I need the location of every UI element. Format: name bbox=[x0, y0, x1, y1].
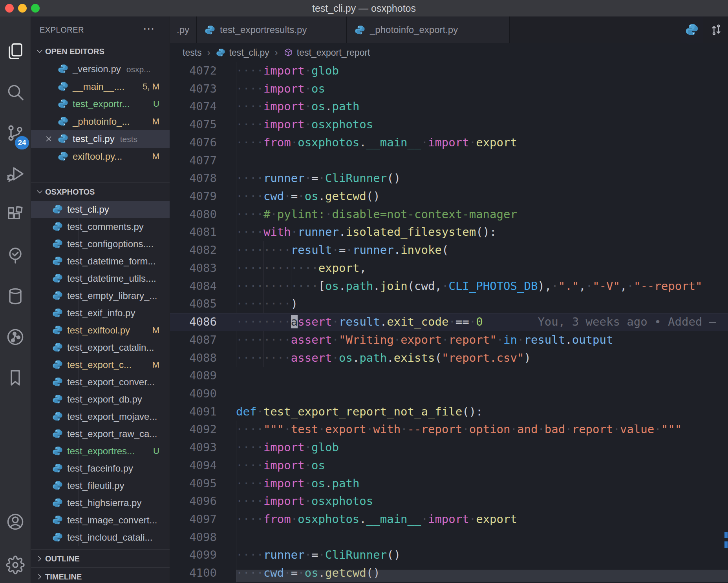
tree-item[interactable]: test_export_mojave... bbox=[31, 408, 170, 425]
tree-item[interactable]: test_exportres...U bbox=[31, 443, 170, 460]
breadcrumb-item[interactable]: tests bbox=[183, 47, 202, 58]
code-line[interactable]: 4073····import·os bbox=[170, 80, 728, 98]
code-line[interactable]: 4072····import·glob bbox=[170, 62, 728, 80]
line-number[interactable]: 4086 bbox=[170, 313, 217, 331]
tree-item[interactable]: test_datetime_form... bbox=[31, 253, 170, 270]
horizontal-scrollbar[interactable] bbox=[236, 570, 728, 582]
tree-item[interactable]: test_export_raw_ca... bbox=[31, 425, 170, 443]
tree-item[interactable]: test_faceinfo.py bbox=[31, 460, 170, 477]
line-number[interactable]: 4090 bbox=[170, 385, 217, 403]
code-line[interactable]: 4082········result·=·runner.invoke( bbox=[170, 241, 728, 259]
line-number[interactable]: 4097 bbox=[170, 510, 217, 528]
code-line[interactable]: 4096····import·osxphotos bbox=[170, 492, 728, 510]
code-line[interactable]: 4088········assert·os.path.exists("repor… bbox=[170, 349, 728, 367]
line-number[interactable]: 4088 bbox=[170, 349, 217, 367]
open-editor-item[interactable]: test_exportr...U bbox=[31, 95, 170, 113]
activity-extensions-icon[interactable] bbox=[0, 197, 31, 233]
code-line[interactable]: 4091def·test_export_report_not_a_file(): bbox=[170, 403, 728, 421]
line-number[interactable]: 4100 bbox=[170, 564, 217, 582]
workspace-section-header[interactable]: OSXPHOTOS bbox=[31, 182, 170, 201]
activity-database-icon[interactable] bbox=[0, 278, 31, 314]
breadcrumb-item[interactable]: test_export_report bbox=[297, 47, 370, 58]
section-outline[interactable]: OUTLINE bbox=[31, 549, 170, 568]
tree-item[interactable]: test_fileutil.py bbox=[31, 477, 170, 494]
tree-item[interactable]: test_export_db.py bbox=[31, 391, 170, 408]
open-editor-item[interactable]: test_cli.pytests bbox=[31, 130, 170, 148]
activity-explorer-icon[interactable] bbox=[0, 33, 31, 69]
code-line[interactable]: 4097····from·osxphotos.__main__·import·e… bbox=[170, 510, 728, 528]
open-editor-item[interactable]: __main__....5, M bbox=[31, 78, 170, 96]
activity-search-icon[interactable] bbox=[0, 74, 31, 110]
open-editor-item[interactable]: _version.pyosxp... bbox=[31, 60, 170, 78]
tree-item[interactable]: test_cli.py bbox=[31, 201, 170, 218]
tree-item[interactable]: test_configoptions.... bbox=[31, 235, 170, 253]
line-number[interactable]: 4089 bbox=[170, 367, 217, 385]
code-line[interactable]: 4098 bbox=[170, 528, 728, 547]
line-number[interactable]: 4076 bbox=[170, 134, 217, 152]
tree-item[interactable]: test_image_convert... bbox=[31, 512, 170, 529]
tree-item[interactable]: test_exif_info.py bbox=[31, 304, 170, 322]
line-number[interactable]: 4084 bbox=[170, 277, 217, 295]
activity-account-icon[interactable] bbox=[0, 504, 31, 540]
line-number[interactable]: 4074 bbox=[170, 98, 217, 116]
line-number[interactable]: 4085 bbox=[170, 295, 217, 313]
code-line[interactable]: 4080····#·pylint:·disable=not-context-ma… bbox=[170, 206, 728, 224]
code-line[interactable]: 4090 bbox=[170, 385, 728, 403]
line-number[interactable]: 4095 bbox=[170, 475, 217, 493]
line-number[interactable]: 4093 bbox=[170, 439, 217, 457]
tree-item[interactable]: test_comments.py bbox=[31, 218, 170, 235]
line-number[interactable]: 4098 bbox=[170, 528, 217, 547]
activity-bookmarks-icon[interactable] bbox=[0, 360, 31, 396]
code-line[interactable]: 4099····runner·=·CliRunner() bbox=[170, 546, 728, 564]
activity-testing-icon[interactable] bbox=[0, 237, 31, 273]
tab-test_exportresults.py[interactable]: test_exportresults.py bbox=[197, 16, 347, 43]
code-line[interactable]: 4089 bbox=[170, 367, 728, 385]
tree-item[interactable]: test_datetime_utils.... bbox=[31, 270, 170, 287]
line-number[interactable]: 4073 bbox=[170, 80, 217, 98]
code-editor[interactable]: 4072····import·glob4073····import·os4074… bbox=[170, 62, 728, 583]
code-line[interactable]: 4092····"""·test·export·with·--report·op… bbox=[170, 421, 728, 439]
line-number[interactable]: 4094 bbox=[170, 457, 217, 475]
open-editor-item[interactable]: exiftool.py...M bbox=[31, 148, 170, 166]
close-icon[interactable] bbox=[44, 135, 53, 143]
more-actions-icon[interactable]: ⋯ bbox=[143, 16, 155, 43]
code-line[interactable]: 4081····with·runner.isolated_filesystem(… bbox=[170, 223, 728, 241]
line-number[interactable]: 4080 bbox=[170, 206, 217, 224]
code-line[interactable]: 4093····import·glob bbox=[170, 439, 728, 457]
activity-settings-gear-icon[interactable] bbox=[0, 547, 31, 583]
line-number[interactable]: 4075 bbox=[170, 116, 217, 134]
section-timeline[interactable]: TIMELINE bbox=[31, 567, 170, 583]
code-line[interactable]: 4084············[os.path.join(cwd,·CLI_P… bbox=[170, 277, 728, 295]
code-line[interactable]: 4078····runner·=·CliRunner() bbox=[170, 169, 728, 188]
open-editor-item[interactable]: _photoinfo_...M bbox=[31, 113, 170, 131]
breadcrumb-item[interactable]: test_cli.py bbox=[229, 47, 269, 58]
open-changes-icon[interactable] bbox=[706, 16, 726, 43]
line-number[interactable]: 4087 bbox=[170, 331, 217, 349]
code-line[interactable]: 4085········) bbox=[170, 295, 728, 313]
tree-item[interactable]: test_export_conver... bbox=[31, 373, 170, 391]
line-number[interactable]: 4096 bbox=[170, 492, 217, 510]
line-number[interactable]: 4099 bbox=[170, 546, 217, 564]
line-number[interactable]: 4092 bbox=[170, 421, 217, 439]
code-line[interactable]: 4079····cwd·=·os.getcwd() bbox=[170, 188, 728, 206]
code-line[interactable]: 4095····import·os.path bbox=[170, 475, 728, 493]
open-editors-header[interactable]: OPEN EDITORS bbox=[31, 42, 170, 60]
tree-item[interactable]: test_export_c...M bbox=[31, 356, 170, 373]
line-number[interactable]: 4072 bbox=[170, 62, 217, 80]
tab-py[interactable]: .py bbox=[170, 16, 197, 43]
code-line[interactable]: 4076····from·osxphotos.__main__·import·e… bbox=[170, 134, 728, 152]
line-number[interactable]: 4079 bbox=[170, 188, 217, 206]
line-number[interactable]: 4078 bbox=[170, 169, 217, 188]
tree-item[interactable]: test_exiftool.pyM bbox=[31, 322, 170, 339]
line-number[interactable]: 4081 bbox=[170, 223, 217, 241]
activity-git-graph-icon[interactable] bbox=[0, 319, 31, 355]
tree-item[interactable]: test_highsierra.py bbox=[31, 494, 170, 512]
code-line[interactable]: 4087········assert·"Writing·export·repor… bbox=[170, 331, 728, 349]
code-line[interactable]: 4077 bbox=[170, 152, 728, 170]
code-line[interactable]: 4086········assert·result.exit_code·==·0… bbox=[170, 313, 728, 331]
tree-item[interactable]: test_export_catalin... bbox=[31, 339, 170, 356]
line-number[interactable]: 4091 bbox=[170, 403, 217, 421]
line-number[interactable]: 4083 bbox=[170, 259, 217, 277]
tree-item[interactable]: test_incloud_catali... bbox=[31, 529, 170, 546]
line-number[interactable]: 4082 bbox=[170, 241, 217, 259]
